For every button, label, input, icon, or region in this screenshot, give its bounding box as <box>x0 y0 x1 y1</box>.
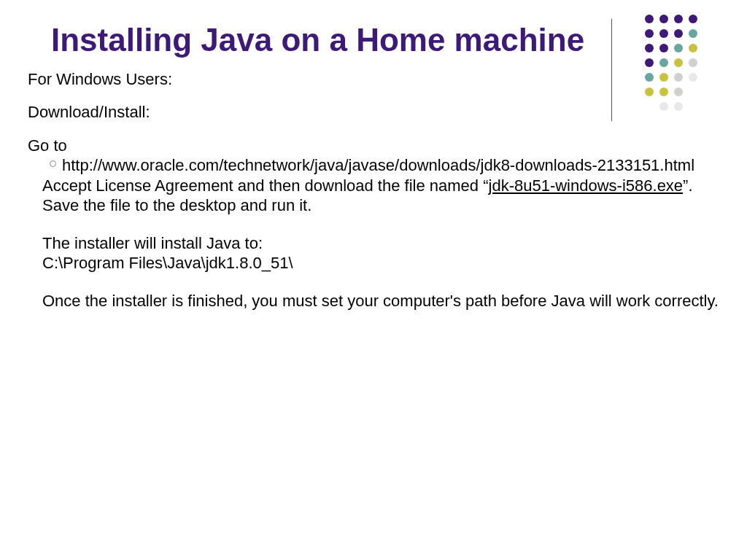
download-url: http://www.oracle.com/technetwork/java/j… <box>62 155 694 176</box>
slide: Installing Java on a Home machine For Wi… <box>0 0 747 560</box>
accept-license-line: Accept License Agreement and then downlo… <box>42 176 725 196</box>
slide-body: For Windows Users: Download/Install: Go … <box>0 69 747 311</box>
finished-line: Once the installer is finished, you must… <box>42 291 725 311</box>
slide-title: Installing Java on a Home machine <box>0 22 747 59</box>
bullet-icon <box>50 160 56 167</box>
goto-line: Go to <box>28 136 725 156</box>
install-to-line-2: C:\Program Files\Java\jdk1.8.0_51\ <box>42 253 725 273</box>
accept-post: ”. <box>683 176 692 195</box>
download-install-line: Download/Install: <box>28 102 725 122</box>
save-run-line: Save the file to the desktop and run it. <box>42 195 725 216</box>
install-to-line-1: The installer will install Java to: <box>42 233 725 254</box>
accept-pre: Accept License Agreement and then downlo… <box>42 176 489 195</box>
decorative-dots <box>638 13 725 115</box>
jdk-filename: jdk-8u51-windows-i586.exe <box>489 176 684 195</box>
for-windows-line: For Windows Users: <box>28 69 725 90</box>
